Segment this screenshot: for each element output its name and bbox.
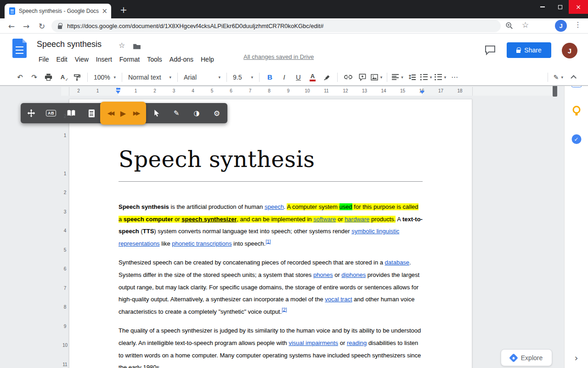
highlight-color-button[interactable] bbox=[321, 71, 333, 83]
italic-button[interactable]: I bbox=[278, 71, 290, 83]
doc-text: used bbox=[339, 203, 352, 210]
doc-link[interactable]: vocal tract bbox=[325, 296, 352, 303]
contrast-icon[interactable]: ◑ bbox=[189, 103, 204, 123]
doc-link[interactable]: phones bbox=[313, 271, 333, 278]
ruler-number: 9 bbox=[287, 88, 290, 93]
font-size-select[interactable]: 9.5▾ bbox=[231, 74, 255, 81]
pointer-select-icon[interactable] bbox=[148, 103, 164, 123]
document-heading[interactable]: Speech synthesis bbox=[119, 146, 423, 172]
doc-link[interactable]: visual impairments bbox=[288, 339, 338, 346]
doc-link[interactable]: database bbox=[385, 259, 410, 266]
spellcheck-button[interactable]: A✓ bbox=[57, 71, 69, 83]
menu-insert[interactable]: Insert bbox=[92, 53, 116, 65]
menu-view[interactable]: View bbox=[71, 53, 92, 65]
window-maximize-button[interactable] bbox=[551, 0, 569, 14]
browser-avatar[interactable]: J bbox=[555, 20, 567, 32]
insert-link-button[interactable] bbox=[342, 71, 354, 83]
paragraph[interactable]: The quality of a speech synthesizer is j… bbox=[119, 325, 423, 368]
zoom-select[interactable]: 100%▾ bbox=[92, 74, 118, 81]
menu-format[interactable]: Format bbox=[116, 53, 143, 65]
settings-gear-icon[interactable]: ⚙ bbox=[209, 103, 225, 123]
menu-help[interactable]: Help bbox=[197, 53, 218, 65]
doc-link[interactable]: software bbox=[313, 216, 336, 223]
paragraph[interactable]: Speech synthesis is the artificial produ… bbox=[119, 201, 423, 250]
docs-logo-icon[interactable] bbox=[12, 39, 27, 58]
left-indent-marker[interactable] bbox=[116, 91, 120, 94]
window-minimize-button[interactable] bbox=[534, 0, 551, 14]
toolbar-divider bbox=[177, 73, 178, 82]
back-button[interactable]: ← bbox=[6, 20, 17, 32]
page-mode-icon[interactable] bbox=[84, 103, 99, 123]
comments-button[interactable] bbox=[483, 43, 497, 57]
document-title-field[interactable]: Speech synthesis bbox=[37, 40, 102, 49]
doc-link[interactable]: speech bbox=[265, 203, 284, 210]
refresh-button[interactable]: ↻ bbox=[36, 20, 48, 32]
text-color-button[interactable]: A bbox=[306, 71, 319, 83]
collapse-toolbar-button[interactable] bbox=[566, 71, 579, 83]
docs-avatar[interactable]: J bbox=[562, 43, 577, 58]
underline-button[interactable]: U bbox=[292, 71, 305, 83]
right-indent-marker[interactable] bbox=[420, 91, 424, 94]
star-document-icon[interactable]: ☆ bbox=[119, 41, 125, 50]
doc-link[interactable]: hardware bbox=[345, 216, 369, 223]
doc-link[interactable]: reading bbox=[347, 339, 367, 346]
paragraph-style-select[interactable]: Normal text▾ bbox=[126, 74, 173, 81]
vertical-ruler: 211234567891011 bbox=[61, 96, 69, 368]
bulleted-list-button[interactable]: ▾ bbox=[434, 71, 447, 83]
tab-close-icon[interactable]: × bbox=[102, 8, 107, 15]
menu-tools[interactable]: Tools bbox=[143, 53, 166, 65]
doc-link[interactable]: [1] bbox=[266, 239, 271, 244]
redo-button[interactable]: ↷ bbox=[28, 71, 40, 83]
doc-link[interactable]: diphones bbox=[341, 271, 366, 278]
tasks-icon[interactable]: ✓ bbox=[571, 134, 581, 144]
more-options-button[interactable]: ⋯ bbox=[448, 71, 461, 83]
document-page[interactable]: Speech synthesis Speech synthesis is the… bbox=[69, 99, 472, 368]
ab-label: AB bbox=[46, 110, 56, 116]
paint-format-button[interactable] bbox=[71, 71, 83, 83]
page-zoom-indicator-icon[interactable] bbox=[505, 22, 514, 37]
move-handle-icon[interactable] bbox=[23, 103, 39, 123]
url-text[interactable]: https://docs.google.com/document/d/1X8XH… bbox=[67, 23, 324, 29]
share-lock-icon bbox=[516, 50, 520, 53]
doc-text: ( bbox=[139, 228, 143, 235]
doc-link[interactable]: [2] bbox=[282, 307, 287, 312]
undo-button[interactable]: ↶ bbox=[14, 71, 26, 83]
menu-addons[interactable]: Add-ons bbox=[166, 53, 197, 65]
lock-icon[interactable] bbox=[58, 25, 62, 29]
menu-file[interactable]: File bbox=[35, 53, 53, 65]
print-button[interactable] bbox=[42, 71, 55, 83]
align-button[interactable]: ▾ bbox=[391, 71, 404, 83]
move-folder-icon[interactable] bbox=[133, 43, 141, 52]
ruler-number: 5 bbox=[211, 88, 214, 93]
browser-menu-icon[interactable]: ⋮ bbox=[574, 20, 582, 35]
add-comment-button[interactable] bbox=[356, 71, 368, 83]
share-button[interactable]: Share bbox=[507, 42, 551, 58]
save-status[interactable]: All changes saved in Drive bbox=[243, 53, 314, 60]
first-line-indent-marker[interactable] bbox=[116, 88, 120, 90]
keep-icon[interactable] bbox=[572, 106, 580, 114]
explore-button[interactable]: Explore bbox=[501, 349, 552, 366]
horizontal-ruler[interactable]: 21123456789101112131415161718 bbox=[61, 87, 554, 96]
highlighter-pen-icon[interactable]: ✎ bbox=[169, 103, 184, 123]
forward-button[interactable]: → bbox=[20, 20, 32, 32]
document-area: Speech synthesis Speech synthesis is the… bbox=[0, 96, 564, 368]
hide-side-panel-chevron[interactable]: › bbox=[575, 353, 578, 362]
numbered-list-button[interactable]: ▾ bbox=[420, 71, 432, 83]
paragraph[interactable]: Synthesized speech can be created by con… bbox=[119, 257, 423, 318]
line-spacing-button[interactable] bbox=[406, 71, 418, 83]
toolbar-divider bbox=[259, 73, 260, 82]
dictionary-ab-icon[interactable]: AB bbox=[43, 103, 59, 123]
font-family-select[interactable]: Arial▾ bbox=[182, 74, 222, 81]
menu-edit[interactable]: Edit bbox=[53, 53, 71, 65]
new-tab-button[interactable]: + bbox=[118, 4, 130, 16]
address-bar[interactable]: https://docs.google.com/document/d/1X8XH… bbox=[51, 20, 501, 32]
editing-mode-button[interactable]: ✎▾ bbox=[552, 71, 565, 83]
browser-tab[interactable]: Speech synthesis - Google Docs × bbox=[5, 4, 111, 18]
ruler-number: 4 bbox=[192, 88, 194, 93]
insert-image-button[interactable]: ▾ bbox=[370, 71, 383, 83]
doc-link[interactable]: phonetic transcriptions bbox=[172, 240, 232, 247]
window-close-button[interactable]: × bbox=[569, 0, 588, 14]
bold-button[interactable]: B bbox=[264, 71, 276, 83]
bookmark-star-icon[interactable]: ☆ bbox=[522, 20, 529, 35]
fast-forward-button[interactable]: ▶▶ bbox=[128, 103, 144, 123]
